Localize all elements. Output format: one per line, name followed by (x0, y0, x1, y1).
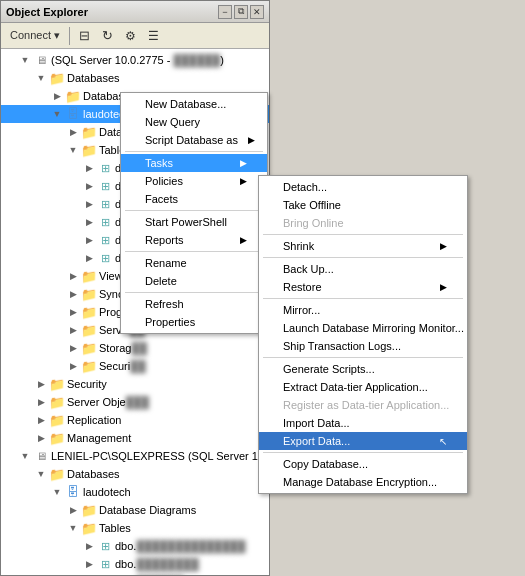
ctx-properties[interactable]: Properties (121, 313, 267, 331)
server2-diagrams-label: Database Diagrams (97, 504, 196, 516)
server2-tables-icon: 📁 (81, 520, 97, 536)
replication-node[interactable]: ▶ 📁 Replication (1, 411, 269, 429)
ctx-tasks[interactable]: Tasks ▶ (121, 154, 267, 172)
management-node[interactable]: ▶ 📁 Management (1, 429, 269, 447)
connect-button[interactable]: Connect ▾ (5, 27, 65, 44)
replication-label: Replication (65, 414, 121, 426)
server2-laudotech-label: laudotech (81, 486, 131, 498)
filter-icon: ⊟ (79, 28, 90, 43)
databases-icon: 📁 (49, 70, 65, 86)
tasks-sep-4 (263, 357, 463, 358)
server1-icon: 🖥 (33, 52, 49, 68)
server2-tables-node[interactable]: ▼ 📁 Tables (1, 519, 269, 537)
server2-table-row-dbo1[interactable]: ▶ ⊞ dbo.██████████████ (1, 537, 269, 555)
table-icon-1: ⊞ (97, 160, 113, 176)
server2-db-diagrams-node[interactable]: ▶ 📁 Database Diagrams (1, 501, 269, 519)
ctx-bring-online[interactable]: Bring Online (259, 214, 467, 232)
float-button[interactable]: ⧉ (234, 5, 248, 19)
ctx-extract-data-tier[interactable]: Extract Data-tier Application... (259, 378, 467, 396)
storage-node[interactable]: ▶ 📁 Storag██ (1, 339, 269, 357)
tasks-arrow: ▶ (240, 158, 247, 168)
service-broker-icon: 📁 (81, 322, 97, 338)
server2-label: LENIEL-PC\SQLEXPRESS (SQL Server 10.50.1… (49, 450, 269, 462)
panel-title: Object Explorer (6, 6, 88, 18)
ctx-rename[interactable]: Rename (121, 254, 267, 272)
security-sub-icon: 📁 (81, 358, 97, 374)
ctx-import-data[interactable]: Import Data... (259, 414, 467, 432)
ctx-restore[interactable]: Restore ▶ (259, 278, 467, 296)
snapshots-icon: 📁 (65, 88, 81, 104)
server-objects-icon: 📁 (49, 394, 65, 410)
script-db-arrow: ▶ (248, 135, 255, 145)
server2-databases-node[interactable]: ▼ 📁 Databases (1, 465, 269, 483)
ctx-delete[interactable]: Delete (121, 272, 267, 290)
toolbar: Connect ▾ ⊟ ↻ ⚙ ☰ (1, 23, 269, 49)
server-objects-node[interactable]: ▶ 📁 Server Obje███ (1, 393, 269, 411)
toolbar-separator-1 (69, 27, 70, 45)
server2-table-icon-3: ⊞ (97, 574, 113, 575)
minimize-button[interactable]: − (218, 5, 232, 19)
ctx-start-powershell[interactable]: Start PowerShell (121, 213, 267, 231)
server2-diagrams-icon: 📁 (81, 502, 97, 518)
ctx-take-offline[interactable]: Take Offline (259, 196, 467, 214)
expand-laudotech[interactable]: ▼ (49, 106, 65, 122)
close-button[interactable]: ✕ (250, 5, 264, 19)
server2-laudotech-node[interactable]: ▼ 🗄 laudotech (1, 483, 269, 501)
table-icon-3: ⊞ (97, 196, 113, 212)
ctx-script-database[interactable]: Script Database as ▶ (121, 131, 267, 149)
ctx-separator-2 (125, 210, 263, 211)
ctx-back-up[interactable]: Back Up... (259, 260, 467, 278)
programmability-icon: 📁 (81, 304, 97, 320)
server2-databases-label: Databases (65, 468, 120, 480)
tasks-submenu: Detach... Take Offline Bring Online Shri… (258, 175, 468, 494)
server1-node[interactable]: ▼ 🖥 (SQL Server 10.0.2775 - ██████) (1, 51, 269, 69)
server2-table-row-dbo3[interactable]: ▶ ⊞ dbo.██████ (1, 573, 269, 575)
databases-node[interactable]: ▼ 📁 Databases (1, 69, 269, 87)
expand-server2[interactable]: ▼ (17, 448, 33, 464)
ctx-generate-scripts[interactable]: Generate Scripts... (259, 360, 467, 378)
ctx-ship-transaction-logs[interactable]: Ship Transaction Logs... (259, 337, 467, 355)
ctx-copy-database[interactable]: Copy Database... (259, 455, 467, 473)
expand-snapshots[interactable]: ▶ (49, 88, 65, 104)
titlebar: Object Explorer − ⧉ ✕ (1, 1, 269, 23)
ctx-policies[interactable]: Policies ▶ (121, 172, 267, 190)
title-buttons: − ⧉ ✕ (218, 5, 264, 19)
ctx-manage-encryption[interactable]: Manage Database Encryption... (259, 473, 467, 491)
tasks-sep-1 (263, 234, 463, 235)
replication-icon: 📁 (49, 412, 65, 428)
tasks-sep-5 (263, 452, 463, 453)
ctx-new-query[interactable]: New Query (121, 113, 267, 131)
security-sub-label: Securi██ (97, 360, 146, 372)
server2-table-dbo2: dbo.████████ (113, 558, 199, 570)
ctx-mirror[interactable]: Mirror... (259, 301, 467, 319)
ctx-shrink[interactable]: Shrink ▶ (259, 237, 467, 255)
server2-icon: 🖥 (33, 448, 49, 464)
ctx-register-data-tier[interactable]: Register as Data-tier Application... (259, 396, 467, 414)
ctx-export-data[interactable]: Export Data... ↖ (259, 432, 467, 450)
ctx-separator-1 (125, 151, 263, 152)
ctx-new-database[interactable]: New Database... (121, 95, 267, 113)
security-icon: 📁 (49, 376, 65, 392)
server2-table-dbo1: dbo.██████████████ (113, 540, 246, 552)
views-icon: 📁 (81, 268, 97, 284)
synonyms-icon: 📁 (81, 286, 97, 302)
tables-icon: 📁 (81, 142, 97, 158)
settings-button[interactable]: ⚙ (120, 27, 141, 45)
server2-table-row-dbo2[interactable]: ▶ ⊞ dbo.████████ (1, 555, 269, 573)
table-icon-5: ⊞ (97, 232, 113, 248)
expand-databases[interactable]: ▼ (33, 70, 49, 86)
security-subnode[interactable]: ▶ 📁 Securi██ (1, 357, 269, 375)
ctx-refresh[interactable]: Refresh (121, 295, 267, 313)
ctx-reports[interactable]: Reports ▶ (121, 231, 267, 249)
security-node[interactable]: ▶ 📁 Security (1, 375, 269, 393)
ctx-launch-mirror-monitor[interactable]: Launch Database Mirroring Monitor... (259, 319, 467, 337)
ctx-facets[interactable]: Facets (121, 190, 267, 208)
refresh-button[interactable]: ↻ (97, 26, 118, 45)
server2-node[interactable]: ▼ 🖥 LENIEL-PC\SQLEXPRESS (SQL Server 10.… (1, 447, 269, 465)
expand-server1[interactable]: ▼ (17, 52, 33, 68)
management-icon: 📁 (49, 430, 65, 446)
filter-button[interactable]: ⊟ (74, 26, 95, 45)
ctx-detach[interactable]: Detach... (259, 178, 467, 196)
options-button[interactable]: ☰ (143, 27, 164, 45)
storage-label: Storag██ (97, 342, 147, 354)
